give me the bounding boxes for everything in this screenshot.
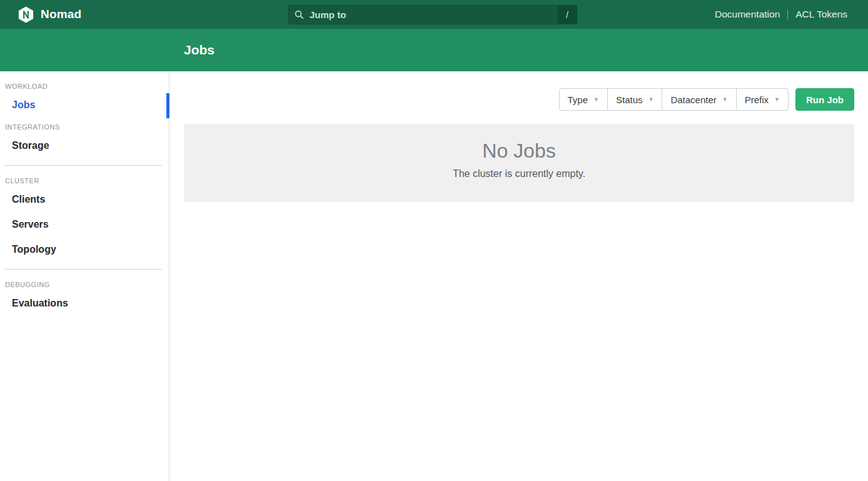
status-filter-label: Status	[616, 94, 643, 105]
status-filter-dropdown[interactable]: Status ▼	[608, 89, 662, 110]
sidebar: WORKLOAD Jobs INTEGRATIONS Storage CLUST…	[0, 71, 169, 481]
top-bar: Nomad / Documentation ACL Tokens	[0, 0, 868, 29]
sidebar-divider	[4, 165, 162, 166]
search-shortcut-key: /	[558, 6, 577, 24]
sub-nav: Jobs	[0, 29, 868, 71]
sidebar-section-cluster: CLUSTER	[0, 172, 169, 188]
acl-tokens-link[interactable]: ACL Tokens	[795, 9, 847, 20]
jobs-toolbar: Type ▼ Status ▼ Datacenter ▼ Prefix ▼ Ru…	[184, 88, 854, 111]
sidebar-divider	[4, 269, 162, 270]
chevron-down-icon: ▼	[593, 96, 599, 103]
datacenter-filter-label: Datacenter	[670, 94, 716, 105]
search-input[interactable]	[308, 9, 558, 21]
type-filter-dropdown[interactable]: Type ▼	[560, 89, 608, 110]
sidebar-section-debugging: DEBUGGING	[0, 276, 169, 291]
empty-state-title: No Jobs	[196, 139, 842, 163]
link-separator	[787, 10, 788, 19]
prefix-filter-label: Prefix	[745, 94, 769, 105]
sidebar-item-evaluations[interactable]: Evaluations	[0, 291, 169, 316]
datacenter-filter-dropdown[interactable]: Datacenter ▼	[662, 89, 736, 110]
empty-state-message: The cluster is currently empty.	[196, 168, 842, 180]
chevron-down-icon: ▼	[774, 96, 780, 103]
prefix-filter-dropdown[interactable]: Prefix ▼	[737, 89, 788, 110]
documentation-link[interactable]: Documentation	[715, 9, 780, 20]
page-title: Jobs	[184, 43, 214, 58]
brand-name: Nomad	[41, 8, 81, 21]
chevron-down-icon: ▼	[648, 96, 654, 103]
sidebar-item-topology[interactable]: Topology	[0, 238, 169, 263]
topbar-links: Documentation ACL Tokens	[715, 9, 847, 20]
main-content: Type ▼ Status ▼ Datacenter ▼ Prefix ▼ Ru…	[169, 71, 868, 481]
sidebar-item-storage[interactable]: Storage	[0, 134, 169, 159]
run-job-button[interactable]: Run Job	[795, 88, 854, 111]
sidebar-section-workload: WORKLOAD	[0, 78, 169, 93]
jump-to-search[interactable]: /	[288, 5, 577, 24]
sidebar-item-jobs[interactable]: Jobs	[0, 93, 169, 118]
sidebar-item-clients[interactable]: Clients	[0, 188, 169, 213]
brand[interactable]: Nomad	[18, 6, 81, 23]
type-filter-label: Type	[568, 94, 588, 105]
chevron-down-icon: ▼	[722, 96, 728, 103]
search-icon	[295, 10, 304, 19]
filter-group: Type ▼ Status ▼ Datacenter ▼ Prefix ▼	[559, 88, 789, 111]
sidebar-section-integrations: INTEGRATIONS	[0, 118, 169, 134]
empty-state: No Jobs The cluster is currently empty.	[184, 124, 854, 202]
nomad-logo-icon	[18, 6, 34, 23]
sidebar-item-servers[interactable]: Servers	[0, 213, 169, 238]
